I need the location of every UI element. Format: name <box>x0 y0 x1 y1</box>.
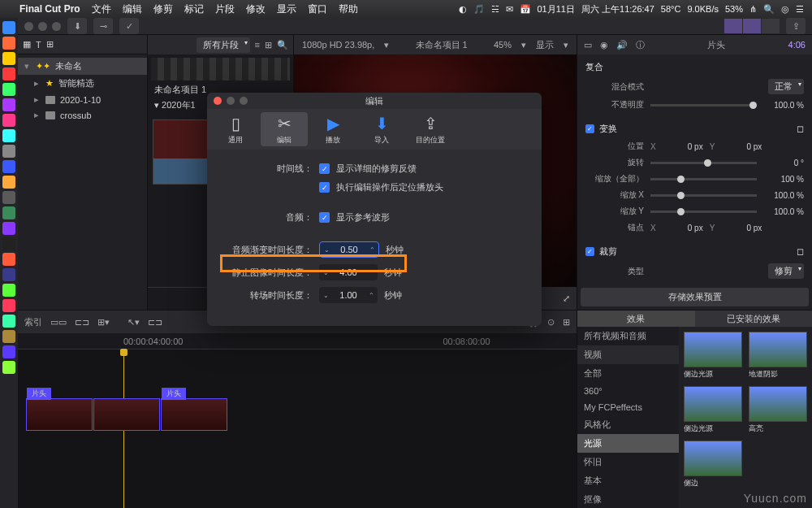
view-icon[interactable]: ⊞ <box>265 40 272 50</box>
still-value[interactable]: 4.00 <box>332 267 365 277</box>
menu-edit[interactable]: 编辑 <box>123 2 142 16</box>
workspace-seg[interactable] <box>724 19 742 33</box>
select-tool-icon[interactable]: ↖▾ <box>127 317 140 328</box>
workspace-segment[interactable] <box>724 19 780 33</box>
effect-category[interactable]: 风格化 <box>577 415 679 434</box>
reset-icon[interactable]: ◻ <box>797 124 804 134</box>
blend-mode-dropdown[interactable]: 正常 <box>768 79 804 94</box>
app-name[interactable]: Final Cut Pro <box>19 3 80 15</box>
section-header[interactable]: 复合 <box>577 58 812 76</box>
checkbox-label[interactable]: 显示参考波形 <box>336 211 390 224</box>
dock-app[interactable] <box>2 315 15 328</box>
scale-slider[interactable] <box>650 194 757 197</box>
photos-icon[interactable]: ▦ <box>23 39 31 50</box>
effect-category[interactable]: My FCPeffects <box>577 399 679 415</box>
dock-app[interactable] <box>2 67 15 80</box>
checkbox-label[interactable]: 执行编辑操作后定位播放头 <box>336 181 443 193</box>
tab-editing[interactable]: ✂编辑 <box>261 112 308 146</box>
effect-item[interactable]: 侧边光源 <box>684 386 742 434</box>
dialog-titlebar[interactable]: 编辑 <box>207 93 542 109</box>
save-preset-button[interactable]: 存储效果预置 <box>581 288 809 306</box>
dock-app[interactable] <box>2 206 15 219</box>
dock-app[interactable] <box>2 52 15 65</box>
status-daytime[interactable]: 周六 上午11:26:47 <box>581 3 654 15</box>
dock-app[interactable] <box>2 37 15 50</box>
menu-trim[interactable]: 修剪 <box>153 2 173 16</box>
tab-general[interactable]: ▯通用 <box>212 112 259 146</box>
zoom-value[interactable]: 45% <box>494 40 512 50</box>
checkbox-label[interactable]: 显示详细的修剪反馈 <box>336 163 417 175</box>
effect-category[interactable]: 怀旧 <box>577 453 679 471</box>
effect-item[interactable]: 高亮 <box>749 386 807 434</box>
workspace-seg[interactable] <box>743 19 761 33</box>
dock-app[interactable] <box>2 330 15 343</box>
scale-slider[interactable] <box>650 211 757 213</box>
reset-icon[interactable]: ◻ <box>797 246 804 257</box>
transition-stepper[interactable]: ⌄ 1.00 ⌃ <box>319 287 378 303</box>
disclosure-icon[interactable]: ▸ <box>34 110 41 120</box>
tool-icon[interactable]: ⊞▾ <box>97 317 110 328</box>
effect-category[interactable]: 光源 <box>577 434 679 453</box>
tool-icon[interactable]: ⊏⊐ <box>75 317 89 328</box>
dock-app[interactable] <box>2 284 15 297</box>
index-button[interactable]: 索引 <box>24 316 42 328</box>
dock-app[interactable] <box>2 237 15 250</box>
checkbox[interactable]: ✓ <box>319 182 330 193</box>
timeline-clip[interactable]: 片头 <box>161 398 227 431</box>
generators-icon[interactable]: ⊞ <box>46 39 54 50</box>
menu-file[interactable]: 文件 <box>92 2 111 16</box>
timeline-ruler[interactable]: 00:00:04:00:00 00:08:00:00 <box>18 333 577 350</box>
menu-icon[interactable]: ☰ <box>796 4 804 15</box>
tool-icon[interactable]: ⊙ <box>547 317 555 328</box>
stepper-down-icon[interactable]: ⌄ <box>319 269 332 276</box>
stepper-down-icon[interactable]: ⌄ <box>319 292 332 299</box>
keyword-button[interactable]: ⊸ <box>93 18 113 34</box>
menu-help[interactable]: 帮助 <box>339 2 358 16</box>
timeline-clip[interactable] <box>93 398 160 431</box>
fade-value[interactable]: 0.50 <box>333 245 365 254</box>
dropdown-icon[interactable]: ▾ <box>564 40 568 50</box>
display-label[interactable]: 显示 <box>536 39 554 51</box>
share-button[interactable]: ⇪ <box>786 18 806 34</box>
bg-tasks-button[interactable]: ✓ <box>119 18 139 34</box>
video-tab-icon[interactable]: ▭ <box>584 40 592 50</box>
import-button[interactable]: ⬇ <box>67 18 87 34</box>
opacity-value[interactable]: 100.0 % <box>763 101 804 110</box>
dropdown-icon[interactable]: ▾ <box>521 40 526 50</box>
stepper-up-icon[interactable]: ⌃ <box>365 269 378 276</box>
stepper-down-icon[interactable]: ⌄ <box>320 246 333 254</box>
menu-view[interactable]: 显示 <box>277 2 296 16</box>
effect-category[interactable]: 视频 <box>577 345 679 364</box>
filter-dropdown[interactable]: 所有片段 <box>197 37 250 53</box>
effect-category[interactable]: 抠像 <box>577 490 679 508</box>
view-icon[interactable]: ≡ <box>255 40 260 50</box>
menu-clip[interactable]: 片段 <box>215 2 235 16</box>
menu-mark[interactable]: 标记 <box>184 2 204 16</box>
crop-type-dropdown[interactable]: 修剪 <box>768 263 804 279</box>
menu-modify[interactable]: 修改 <box>246 2 266 16</box>
dock-app[interactable] <box>2 299 15 312</box>
stepper-up-icon[interactable]: ⌃ <box>365 246 378 254</box>
disclosure-icon[interactable]: ▾ <box>24 61 31 72</box>
still-stepper[interactable]: ⌄ 4.00 ⌃ <box>319 264 378 280</box>
window-controls[interactable] <box>24 22 61 31</box>
fullscreen-icon[interactable]: ⤢ <box>563 293 570 304</box>
dock-app[interactable] <box>2 345 15 358</box>
effect-category[interactable]: 所有视频和音频 <box>577 327 679 345</box>
dock-app[interactable] <box>2 160 15 173</box>
dock-app[interactable] <box>2 253 15 266</box>
search-icon[interactable]: 🔍 <box>763 4 775 15</box>
tab-import[interactable]: ⬇导入 <box>358 112 405 146</box>
checkbox-icon[interactable]: ✓ <box>585 247 594 256</box>
dock-app[interactable] <box>2 129 15 142</box>
timeline-tracks[interactable]: 片头 片头 <box>18 350 577 508</box>
dock-app[interactable] <box>2 176 15 189</box>
status-date[interactable]: 01月11日 <box>538 3 575 15</box>
effects-tab[interactable]: 效果 <box>577 310 695 327</box>
titles-icon[interactable]: T <box>36 40 41 50</box>
siri-icon[interactable]: ◎ <box>781 4 789 15</box>
disclosure-icon[interactable]: ▸ <box>34 94 41 105</box>
dock-app[interactable] <box>2 98 15 111</box>
library-root[interactable]: ▾ ✦✦ 未命名 <box>18 58 147 75</box>
trim-tool-icon[interactable]: ⊏⊐ <box>148 317 162 328</box>
